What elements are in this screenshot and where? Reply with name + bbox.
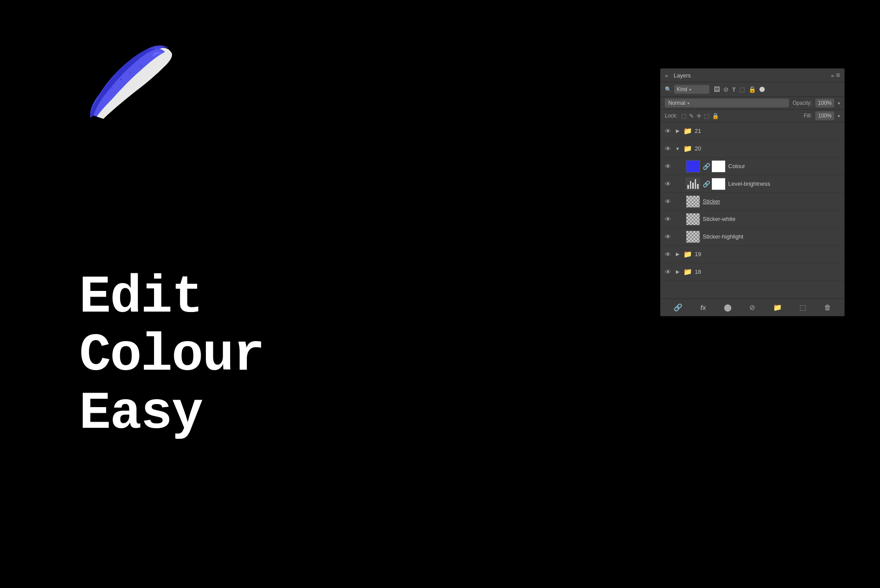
panel-titlebar: × Layers » ≡ bbox=[660, 69, 844, 82]
expand-icon[interactable]: ▼ bbox=[675, 146, 681, 151]
title-line1: Edit bbox=[79, 268, 264, 327]
adjustment-thumb bbox=[686, 160, 700, 173]
visibility-icon[interactable]: 👁 bbox=[664, 198, 672, 205]
opacity-arrow[interactable]: ▾ bbox=[838, 101, 840, 106]
layer-name: Level-brightness bbox=[728, 180, 841, 187]
layer-thumb bbox=[686, 195, 700, 208]
expand-icon[interactable]: ▶ bbox=[675, 128, 681, 134]
left-section: Edit Colour Easy bbox=[0, 0, 334, 588]
lock-move-icon[interactable]: ✛ bbox=[697, 113, 701, 119]
layer-row[interactable]: 👁 Sticker bbox=[660, 193, 844, 210]
folder-icon: 📁 bbox=[683, 127, 692, 135]
shape-filter-icon[interactable]: ⬚ bbox=[739, 86, 745, 93]
layer-mask-thumb bbox=[711, 160, 726, 173]
layer-row[interactable]: 👁 Sticker-white bbox=[660, 210, 844, 228]
fill-input[interactable]: 100% bbox=[815, 111, 834, 120]
filter-icons: 🖼 ⊘ T ⬚ 🔒 bbox=[714, 86, 765, 93]
visibility-icon[interactable]: 👁 bbox=[664, 251, 672, 258]
layers-panel: × Layers » ≡ 🔍 Kind ▾ 🖼 ⊘ T ⬚ 🔒 Normal ▾… bbox=[660, 68, 845, 316]
levels-thumb bbox=[686, 178, 700, 190]
folder-icon: 📁 bbox=[683, 144, 692, 153]
visibility-icon[interactable]: 👁 bbox=[664, 163, 672, 170]
bottom-toolbar: 🔗 fx ⬤ ⊘ 📁 ⬚ 🗑 bbox=[660, 298, 844, 316]
layer-row[interactable]: 👁 ▼ 📁 20 bbox=[660, 140, 844, 158]
folder-icon: 📁 bbox=[683, 250, 692, 258]
visibility-icon[interactable]: 👁 bbox=[664, 145, 672, 152]
opacity-label: Opacity: bbox=[792, 100, 812, 106]
visibility-icon[interactable]: 👁 bbox=[664, 180, 672, 187]
lock-paint-icon[interactable]: ✎ bbox=[689, 113, 694, 119]
lock-artboard-icon[interactable]: ⬚ bbox=[704, 113, 709, 119]
layer-name: Colour bbox=[728, 163, 841, 169]
layer-row[interactable]: 👁 🔗 Level-brightness bbox=[660, 175, 844, 193]
adjustment-filter-icon[interactable]: ⊘ bbox=[723, 86, 729, 93]
layer-name: 19 bbox=[695, 251, 841, 257]
delete-layer-button[interactable]: 🗑 bbox=[821, 302, 834, 313]
blend-mode-row: Normal ▾ Opacity: 100% ▾ bbox=[660, 97, 844, 110]
panel-title: Layers bbox=[674, 72, 691, 79]
link-layers-button[interactable]: 🔗 bbox=[671, 301, 685, 313]
layer-thumb bbox=[686, 231, 700, 243]
smartobj-filter-icon[interactable]: 🔒 bbox=[748, 86, 756, 93]
blend-mode-arrow: ▾ bbox=[687, 101, 689, 106]
layer-name: 18 bbox=[695, 268, 841, 275]
colour-thumb-blue bbox=[686, 160, 700, 173]
adjustment-button[interactable]: ⊘ bbox=[747, 301, 758, 313]
titlebar-right: » ≡ bbox=[831, 71, 840, 79]
folder-icon: 📁 bbox=[683, 268, 692, 276]
lock-label: Lock: bbox=[665, 113, 678, 119]
search-icon: 🔍 bbox=[665, 86, 671, 92]
expand-icon[interactable]: ▶ bbox=[675, 251, 681, 257]
layer-name: 20 bbox=[695, 145, 841, 152]
lock-pixels-icon[interactable]: ⬚ bbox=[681, 113, 686, 119]
lock-icons: ⬚ ✎ ✛ ⬚ 🔒 bbox=[681, 113, 719, 119]
title-line2: Colour bbox=[79, 327, 264, 385]
lock-all-icon[interactable]: 🔒 bbox=[712, 113, 719, 119]
blend-mode-dropdown[interactable]: Normal ▾ bbox=[665, 99, 789, 107]
fx-button[interactable]: fx bbox=[698, 302, 708, 313]
layer-name: Sticker-highlight bbox=[703, 233, 841, 240]
text-filter-icon[interactable]: T bbox=[732, 86, 736, 93]
visibility-icon[interactable]: 👁 bbox=[664, 233, 672, 240]
layer-row[interactable]: 👁 🔗 Colour bbox=[660, 158, 844, 175]
layer-list[interactable]: 👁 ▶ 📁 21 👁 ▼ 📁 20 👁 🔗 Colour 👁 bbox=[660, 122, 844, 298]
chain-icon: 🔗 bbox=[703, 163, 709, 170]
fill-arrow[interactable]: ▾ bbox=[838, 114, 840, 118]
image-filter-icon[interactable]: 🖼 bbox=[714, 86, 720, 93]
visibility-icon[interactable]: 👁 bbox=[664, 128, 672, 135]
layer-row[interactable]: 👁 ▶ 📁 19 bbox=[660, 246, 844, 263]
layer-row[interactable]: 👁 ▶ 📁 21 bbox=[660, 122, 844, 140]
visibility-icon[interactable]: 👁 bbox=[664, 268, 672, 276]
new-group-button[interactable]: 📁 bbox=[770, 301, 785, 313]
add-mask-button[interactable]: ⬤ bbox=[721, 301, 734, 313]
new-layer-button[interactable]: ⬚ bbox=[797, 301, 809, 313]
layer-thumb bbox=[686, 213, 700, 225]
layer-name: 21 bbox=[695, 128, 841, 134]
layer-name: Sticker-white bbox=[703, 216, 841, 222]
filter-row: 🔍 Kind ▾ 🖼 ⊘ T ⬚ 🔒 bbox=[660, 82, 844, 97]
titlebar-left: × Layers bbox=[665, 72, 691, 79]
layer-row[interactable]: 👁 Sticker-highlight bbox=[660, 228, 844, 246]
panel-menu-icon[interactable]: ≡ bbox=[836, 71, 840, 79]
layer-row[interactable]: 👁 ▶ 📁 18 bbox=[660, 263, 844, 281]
kind-arrow: ▾ bbox=[689, 87, 691, 92]
kind-dropdown[interactable]: Kind ▾ bbox=[674, 85, 709, 94]
fill-label: Fill: bbox=[804, 113, 812, 119]
opacity-input[interactable]: 100% bbox=[815, 99, 834, 107]
layer-mask-thumb bbox=[711, 178, 726, 190]
filter-dot[interactable] bbox=[759, 87, 765, 92]
expand-icon[interactable]: ▶ bbox=[675, 269, 681, 275]
main-text: Edit Colour Easy bbox=[79, 268, 264, 443]
layer-name: Sticker bbox=[703, 198, 841, 205]
title-line3: Easy bbox=[79, 385, 264, 443]
visibility-icon[interactable]: 👁 bbox=[664, 216, 672, 223]
kind-label: Kind bbox=[677, 86, 687, 92]
collapse-icon[interactable]: » bbox=[831, 72, 834, 79]
lock-row: Lock: ⬚ ✎ ✛ ⬚ 🔒 Fill: 100% ▾ bbox=[660, 110, 844, 122]
chain-icon: 🔗 bbox=[703, 180, 709, 187]
blend-mode-value: Normal bbox=[668, 100, 686, 106]
panel-close-button[interactable]: × bbox=[665, 73, 670, 78]
